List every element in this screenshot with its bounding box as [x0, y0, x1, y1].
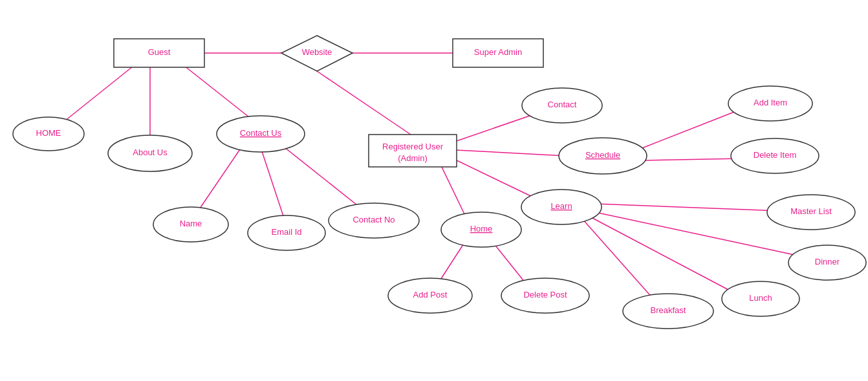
dinner-label: Dinner: [815, 257, 840, 267]
edge-contactus-emailid: [261, 147, 285, 220]
node-home-guest: HOME: [13, 117, 84, 151]
edge-schedule-deleteitem: [642, 158, 744, 160]
node-addpost: Add Post: [388, 278, 472, 313]
node-registered-user: Registered User (Admin): [369, 135, 457, 167]
node-contact: Contact: [522, 88, 602, 123]
edge-guest-home: [58, 61, 139, 126]
lunch-label: Lunch: [749, 293, 772, 303]
edge-contactus-name: [197, 146, 243, 212]
edge-schedule-additem: [640, 109, 743, 149]
node-breakfast: Breakfast: [623, 294, 713, 329]
contact-label: Contact: [548, 100, 577, 109]
node-dinner: Dinner: [788, 245, 866, 280]
addpost-label: Add Post: [413, 290, 448, 299]
node-deletepost: Delete Post: [501, 278, 589, 313]
edge-learn-lunch: [590, 217, 731, 291]
schedule-label: Schedule: [585, 150, 620, 160]
edge-reguser-schedule: [456, 150, 566, 156]
node-lunch: Lunch: [722, 281, 799, 316]
edge-learn-masterlist: [595, 204, 779, 211]
deletepost-label: Delete Post: [523, 290, 567, 299]
name-label: Name: [180, 219, 202, 228]
edge-website-reguser: [317, 71, 413, 136]
node-deleteitem: Delete Item: [731, 138, 819, 173]
node-superadmin: Super Admin: [453, 39, 543, 67]
emailid-label: Email Id: [272, 227, 302, 237]
diagram-canvas: Website Guest Super Admin HOME About Us …: [0, 0, 868, 381]
home-guest-label: HOME: [36, 128, 61, 138]
node-contactus: Contact Us: [217, 116, 305, 152]
learn-label: Learn: [550, 201, 572, 211]
node-contactno: Contact No: [329, 203, 419, 238]
reguser-label-line1: Registered User: [382, 142, 444, 151]
superadmin-label: Super Admin: [474, 47, 522, 57]
node-masterlist: Master List: [767, 195, 855, 230]
edge-home-deletepost: [492, 241, 525, 283]
node-additem: Add Item: [728, 86, 812, 121]
node-guest: Guest: [114, 39, 204, 67]
contactno-label: Contact No: [353, 215, 395, 224]
node-home-reg: Home: [441, 212, 521, 247]
additem-label: Add Item: [754, 98, 787, 107]
edge-reguser-home: [440, 163, 466, 217]
aboutus-label: About Us: [133, 147, 168, 157]
guest-label: Guest: [148, 47, 171, 57]
node-learn: Learn: [521, 190, 602, 224]
contactus-label: Contact Us: [240, 128, 282, 138]
node-name: Name: [153, 207, 228, 242]
edge-contactus-contactno: [278, 142, 363, 210]
website-label: Website: [302, 47, 332, 57]
home-reg-label: Home: [470, 224, 493, 234]
edge-home-addpost: [439, 241, 466, 283]
deleteitem-label: Delete Item: [754, 150, 796, 160]
node-emailid: Email Id: [248, 215, 325, 250]
node-website: Website: [281, 36, 353, 71]
breakfast-label: Breakfast: [651, 305, 686, 315]
reguser-label-line2: (Admin): [398, 153, 428, 163]
edge-learn-dinner: [595, 212, 797, 256]
node-aboutus: About Us: [108, 135, 192, 171]
edge-learn-breakfast: [582, 219, 653, 299]
node-schedule: Schedule: [559, 138, 647, 174]
edge-reguser-learn: [453, 158, 540, 201]
masterlist-label: Master List: [790, 206, 832, 216]
